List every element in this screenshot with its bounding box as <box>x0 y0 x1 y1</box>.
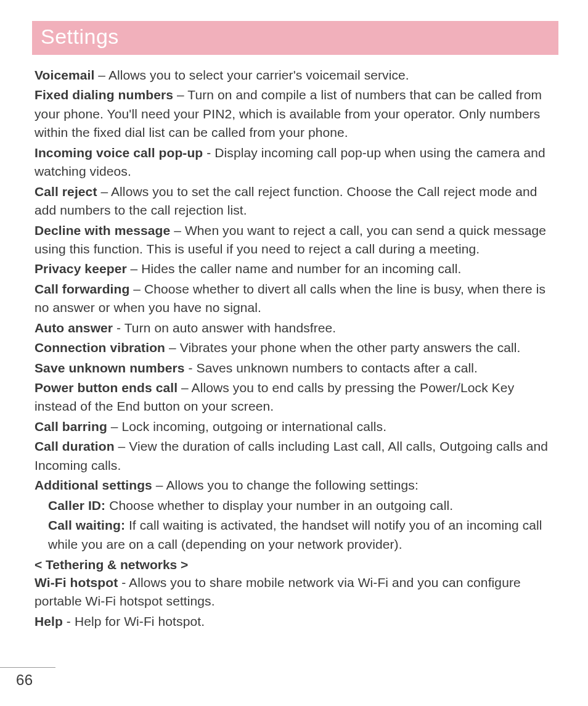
setting-call-reject: Call reject – Allows you to set the call… <box>35 183 556 220</box>
sep: - <box>118 575 129 589</box>
term: Call duration <box>35 439 115 453</box>
term: Additional settings <box>35 478 152 492</box>
term: Incoming voice call pop-up <box>35 146 203 160</box>
setting-call-forwarding: Call forwarding – Choose whether to dive… <box>35 280 556 318</box>
setting-voicemail: Voicemail – Allows you to select your ca… <box>35 66 556 84</box>
term: Decline with message <box>35 223 170 237</box>
sep: – <box>107 419 122 433</box>
term: Call forwarding <box>35 282 129 296</box>
setting-privacy-keeper: Privacy keeper – Hides the caller name a… <box>35 260 556 278</box>
setting-additional-settings: Additional settings – Allows you to chan… <box>35 476 556 495</box>
page-footer: 66 <box>0 667 588 689</box>
desc: Allows you to change the following setti… <box>166 478 418 492</box>
term: Wi-Fi hotspot <box>35 575 118 589</box>
page-title-bar: Settings <box>32 21 558 55</box>
setting-save-unknown-numbers: Save unknown numbers - Saves unknown num… <box>35 359 556 377</box>
page-number: 66 <box>0 671 588 689</box>
setting-decline-with-message: Decline with message – When you want to … <box>35 221 556 259</box>
desc: Allows you to select your carrier's voic… <box>108 68 409 82</box>
term: Help <box>35 614 63 628</box>
setting-wifi-hotspot: Wi-Fi hotspot - Allows you to share mobi… <box>35 573 556 611</box>
content-body: Voicemail – Allows you to select your ca… <box>32 66 558 631</box>
term: Privacy keeper <box>35 261 127 276</box>
sep: - <box>203 146 214 160</box>
setting-call-barring: Call barring – Lock incoming, outgoing o… <box>35 417 556 436</box>
desc: Saves unknown numbers to contacts after … <box>197 361 478 375</box>
footer-rule <box>0 667 55 668</box>
setting-auto-answer: Auto answer - Turn on auto answer with h… <box>35 319 556 337</box>
desc: Lock incoming, outgoing or international… <box>122 419 387 433</box>
sep: – <box>97 184 112 199</box>
setting-fixed-dialing-numbers: Fixed dialing numbers – Turn on and comp… <box>35 86 556 142</box>
sub-caller-id: Caller ID: Choose whether to display you… <box>48 496 556 515</box>
term: Call reject <box>35 184 97 199</box>
sep: – <box>173 88 187 102</box>
setting-connection-vibration: Connection vibration – Vibrates your pho… <box>35 339 556 357</box>
sep: - <box>185 361 197 375</box>
setting-power-button-ends-call: Power button ends call – Allows you to e… <box>35 379 556 416</box>
term: Caller ID: <box>48 498 105 512</box>
sep: - <box>63 614 75 628</box>
desc: Hides the caller name and number for an … <box>141 261 461 276</box>
sep: – <box>127 261 142 276</box>
term: Connection vibration <box>35 340 165 355</box>
desc: Help for Wi-Fi hotspot. <box>75 614 205 628</box>
additional-settings-sublist: Caller ID: Choose whether to display you… <box>35 496 556 554</box>
term: Save unknown numbers <box>35 361 185 375</box>
term: Voicemail <box>35 68 94 82</box>
term: Auto answer <box>35 321 113 335</box>
page: Settings Voicemail – Allows you to selec… <box>0 0 588 631</box>
setting-help: Help - Help for Wi-Fi hotspot. <box>35 612 556 631</box>
setting-call-duration: Call duration – View the duration of cal… <box>35 437 556 475</box>
section-tethering-networks: < Tethering & networks > <box>35 557 556 572</box>
desc: Vibrates your phone when the other party… <box>180 340 521 355</box>
term: Call barring <box>35 419 107 433</box>
sub-call-waiting: Call waiting: If call waiting is activat… <box>48 516 556 554</box>
desc: Choose whether to display your number in… <box>109 498 453 512</box>
term: Power button ends call <box>35 380 178 395</box>
sep: – <box>115 439 129 453</box>
desc: Turn on auto answer with handsfree. <box>125 321 337 335</box>
sep: – <box>170 223 185 237</box>
setting-incoming-voice-call-popup: Incoming voice call pop-up - Display inc… <box>35 144 556 181</box>
term: Call waiting: <box>48 518 125 532</box>
term: Fixed dialing numbers <box>35 88 173 102</box>
sep: – <box>165 340 180 355</box>
page-title: Settings <box>41 25 119 48</box>
sep: – <box>178 380 192 395</box>
sep: – <box>94 68 108 82</box>
sep: – <box>152 478 166 492</box>
sep: - <box>113 321 125 335</box>
sep: – <box>129 282 144 296</box>
